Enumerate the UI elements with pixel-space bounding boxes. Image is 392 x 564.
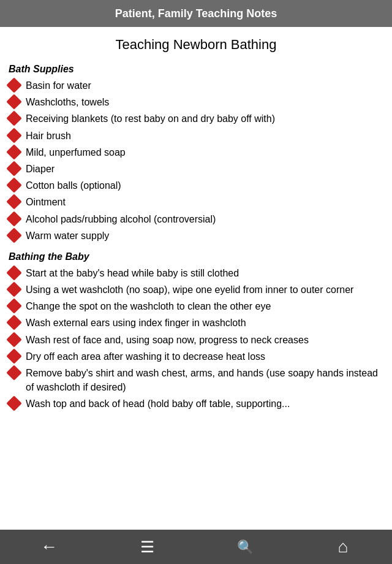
list-item: Dry off each area after washing it to de… [9, 349, 383, 364]
list-item: Washcloths, towels [9, 95, 383, 109]
item-text: Start at the baby's head while baby is s… [26, 266, 383, 280]
item-text: Cotton balls (optional) [26, 178, 383, 192]
diamond-icon [6, 348, 21, 364]
home-icon [338, 537, 349, 557]
diamond-icon [6, 365, 21, 380]
list-item: Mild, unperfumed soap [9, 145, 383, 159]
list-item: Cotton balls (optional) [9, 178, 383, 192]
section-heading-bath-supplies: Bath Supplies [9, 64, 383, 75]
item-text: Wash top and back of head (hold baby off… [26, 397, 383, 411]
menu-button[interactable] [132, 533, 162, 560]
list-item: Alcohol pads/rubbing alcohol (controvers… [9, 212, 383, 226]
item-text: Receiving blankets (to rest baby on and … [26, 112, 383, 126]
section-bathing-baby: Bathing the BabyStart at the baby's head… [9, 251, 383, 411]
diamond-icon [6, 315, 21, 330]
diamond-icon [6, 177, 21, 192]
item-text: Diaper [26, 162, 383, 176]
bullet-list-bath-supplies: Basin for waterWashcloths, towelsReceivi… [9, 78, 383, 243]
search-icon [237, 538, 254, 555]
home-button[interactable] [328, 533, 358, 560]
list-item: Hair brush [9, 129, 383, 143]
diamond-icon [6, 299, 21, 314]
header-title: Patient, Family Teaching Notes [115, 7, 277, 20]
item-text: Change the spot on the washcloth to clea… [26, 299, 383, 313]
diamond-icon [6, 194, 21, 210]
list-item: Diaper [9, 162, 383, 176]
diamond-icon [6, 77, 21, 93]
list-item: Wash external ears using index finger in… [9, 316, 383, 330]
item-text: Basin for water [26, 78, 383, 93]
item-text: Warm water supply [26, 229, 383, 243]
item-text: Using a wet washcloth (no soap), wipe on… [26, 283, 383, 297]
diamond-icon [6, 161, 21, 176]
diamond-icon [6, 211, 21, 226]
header: Patient, Family Teaching Notes [0, 0, 392, 27]
item-text: Dry off each area after washing it to de… [26, 349, 383, 364]
diamond-icon [6, 111, 21, 126]
diamond-icon [6, 332, 21, 347]
diamond-icon [6, 227, 21, 243]
item-text: Washcloths, towels [26, 95, 383, 109]
diamond-icon [6, 144, 21, 159]
diamond-icon [6, 396, 21, 411]
content-area: Teaching Newborn Bathing Bath SuppliesBa… [0, 27, 392, 530]
search-button[interactable] [230, 533, 260, 560]
bullet-list-bathing-baby: Start at the baby's head while baby is s… [9, 266, 383, 411]
diamond-icon [6, 281, 21, 297]
sections-container: Bath SuppliesBasin for waterWashcloths, … [9, 64, 383, 411]
diamond-icon [6, 94, 21, 109]
list-item: Basin for water [9, 78, 383, 93]
item-text: Alcohol pads/rubbing alcohol (controvers… [26, 212, 383, 226]
bottom-nav [0, 530, 392, 564]
back-icon [40, 537, 58, 557]
item-text: Hair brush [26, 129, 383, 143]
item-text: Ointment [26, 195, 383, 209]
item-text: Wash rest of face and, using soap now, p… [26, 333, 383, 347]
diamond-icon [6, 128, 21, 143]
list-item: Warm water supply [9, 229, 383, 243]
back-button[interactable] [34, 533, 64, 560]
list-item: Start at the baby's head while baby is s… [9, 266, 383, 280]
item-text: Remove baby's shirt and wash chest, arms… [26, 366, 383, 394]
list-item: Change the spot on the washcloth to clea… [9, 299, 383, 313]
item-text: Mild, unperfumed soap [26, 145, 383, 159]
page-title: Teaching Newborn Bathing [9, 37, 383, 53]
list-item: Ointment [9, 195, 383, 209]
list-item: Remove baby's shirt and wash chest, arms… [9, 366, 383, 394]
list-item: Using a wet washcloth (no soap), wipe on… [9, 283, 383, 297]
list-item: Wash rest of face and, using soap now, p… [9, 333, 383, 347]
list-item: Receiving blankets (to rest baby on and … [9, 112, 383, 126]
menu-icon [140, 538, 154, 557]
section-bath-supplies: Bath SuppliesBasin for waterWashcloths, … [9, 64, 383, 243]
item-text: Wash external ears using index finger in… [26, 316, 383, 330]
list-item: Wash top and back of head (hold baby off… [9, 397, 383, 411]
diamond-icon [6, 265, 21, 280]
section-heading-bathing-baby: Bathing the Baby [9, 251, 383, 262]
